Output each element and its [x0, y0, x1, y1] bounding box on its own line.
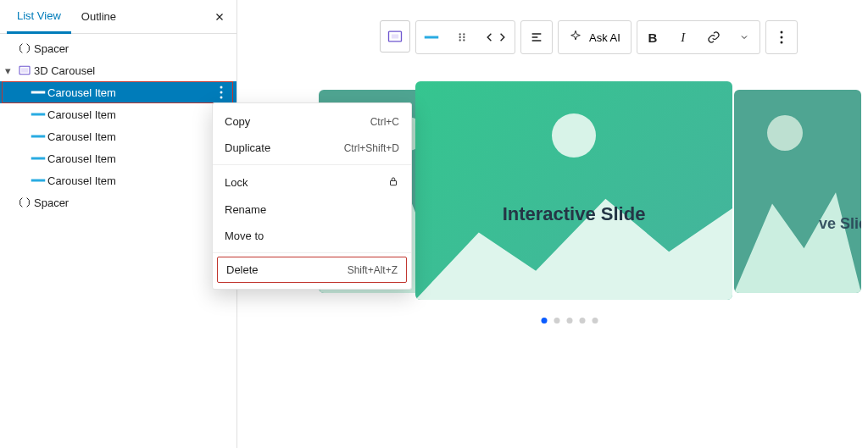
tree-item-carousel-item-selected[interactable]: Carousel Item: [0, 81, 236, 103]
menu-label: Rename: [225, 203, 266, 216]
menu-delete[interactable]: Delete Shift+Alt+Z: [218, 257, 406, 282]
carousel-item-icon: [29, 132, 47, 141]
menu-label: Lock: [225, 176, 248, 189]
svg-point-22: [780, 41, 782, 44]
menu-label: Delete: [226, 263, 259, 276]
item-options-button[interactable]: [211, 82, 231, 102]
slide-title-partial: ve Slide: [819, 215, 861, 233]
menu-copy[interactable]: Copy Ctrl+C: [213, 108, 411, 135]
slide-main[interactable]: Interactive Slide: [415, 81, 732, 300]
move-buttons[interactable]: [477, 21, 515, 53]
svg-rect-9: [31, 180, 46, 182]
tree-item-carousel-item[interactable]: Carousel Item: [0, 103, 236, 125]
sparkle-icon: [569, 30, 582, 46]
svg-rect-13: [425, 36, 439, 39]
sidebar-tabs: List View Outline: [0, 0, 236, 34]
tree-item-3d-carousel[interactable]: ▾ 3D Carousel: [0, 59, 236, 81]
sun-graphic: [552, 113, 596, 158]
svg-point-5: [220, 97, 223, 99]
link-button[interactable]: [698, 21, 729, 53]
menu-label: Copy: [225, 115, 250, 128]
menu-lock[interactable]: Lock: [213, 169, 411, 196]
spacer-icon: [15, 196, 34, 209]
tree-item-spacer[interactable]: Spacer: [0, 191, 236, 213]
svg-rect-6: [31, 113, 46, 116]
menu-shortcut: Ctrl+C: [370, 116, 399, 128]
menu-separator: [213, 164, 411, 165]
lock-icon: [387, 175, 399, 190]
close-panel-button[interactable]: [209, 7, 230, 27]
italic-button[interactable]: I: [668, 21, 698, 53]
align-button[interactable]: [521, 21, 552, 53]
block-toolbar: Ask AI B I: [380, 20, 798, 54]
tree-label: Spacer: [34, 196, 231, 209]
svg-rect-7: [31, 136, 46, 138]
tree-label: Carousel Item: [47, 174, 231, 187]
menu-rename[interactable]: Rename: [213, 196, 411, 223]
chevron-down-icon: ▾: [0, 64, 15, 77]
tree-item-carousel-item[interactable]: Carousel Item: [0, 169, 236, 191]
ask-ai-button[interactable]: Ask AI: [559, 21, 631, 53]
tree-label: Spacer: [34, 42, 231, 55]
more-format-button[interactable]: [729, 21, 760, 53]
tree-label: Carousel Item: [47, 152, 231, 165]
menu-duplicate[interactable]: Duplicate Ctrl+Shift+D: [213, 135, 411, 161]
slide-background-right: ve Slide: [734, 90, 861, 293]
svg-rect-11: [389, 31, 402, 41]
tree-item-carousel-item[interactable]: Carousel Item: [0, 147, 236, 169]
menu-label: Move to: [225, 230, 264, 242]
ask-ai-label: Ask AI: [589, 31, 620, 44]
pager-dot[interactable]: [554, 318, 560, 324]
svg-point-14: [459, 33, 461, 35]
menu-shortcut: Shift+Alt+Z: [348, 264, 398, 276]
tree-label: Carousel Item: [47, 130, 231, 143]
drag-handle[interactable]: [447, 21, 477, 53]
svg-point-16: [459, 36, 461, 38]
svg-point-18: [459, 39, 461, 41]
menu-separator: [213, 252, 411, 253]
pager-dot[interactable]: [580, 318, 586, 324]
svg-point-4: [220, 91, 223, 94]
tab-outline[interactable]: Outline: [71, 0, 126, 34]
svg-point-15: [463, 33, 465, 35]
svg-point-17: [463, 36, 465, 38]
svg-rect-10: [391, 180, 397, 185]
svg-point-3: [220, 86, 223, 89]
block-tree: Spacer ▾ 3D Carousel Carousel Item Carou…: [0, 34, 236, 213]
svg-rect-8: [31, 158, 46, 160]
options-button[interactable]: [766, 21, 797, 53]
menu-shortcut: Ctrl+Shift+D: [344, 142, 399, 154]
select-parent-button[interactable]: [416, 21, 447, 53]
bold-button[interactable]: B: [637, 21, 668, 53]
tree-label: Carousel Item: [47, 86, 211, 99]
pager-dot[interactable]: [593, 318, 598, 324]
tree-label: 3D Carousel: [34, 64, 231, 77]
spacer-icon: [15, 41, 34, 55]
tree-item-spacer[interactable]: Spacer: [0, 37, 236, 59]
tree-item-carousel-item[interactable]: Carousel Item: [0, 125, 236, 147]
block-type-button[interactable]: [380, 20, 410, 53]
carousel-item-icon: [29, 176, 47, 185]
menu-label: Duplicate: [225, 141, 270, 154]
pager-dots[interactable]: [542, 318, 598, 324]
carousel-item-icon: [29, 88, 47, 97]
context-menu: Copy Ctrl+C Duplicate Ctrl+Shift+D Lock …: [212, 102, 412, 290]
carousel-item-icon: [29, 110, 47, 119]
carousel-block-icon: [15, 64, 34, 77]
svg-point-21: [780, 36, 782, 39]
slide-title: Interactive Slide: [503, 203, 646, 225]
close-icon: [214, 11, 225, 23]
tree-label: Carousel Item: [47, 108, 231, 121]
pager-dot[interactable]: [567, 318, 573, 324]
svg-rect-2: [31, 91, 46, 94]
svg-rect-12: [392, 35, 398, 39]
svg-marker-24: [734, 192, 861, 293]
tab-list-view[interactable]: List View: [7, 0, 71, 34]
list-view-sidebar: List View Outline Spacer ▾ 3D Carousel C…: [0, 0, 237, 448]
svg-point-19: [463, 39, 465, 41]
svg-point-20: [780, 31, 782, 34]
menu-move-to[interactable]: Move to: [213, 223, 411, 249]
svg-rect-1: [21, 68, 28, 72]
pager-dot[interactable]: [542, 318, 548, 324]
carousel-item-icon: [29, 154, 47, 163]
